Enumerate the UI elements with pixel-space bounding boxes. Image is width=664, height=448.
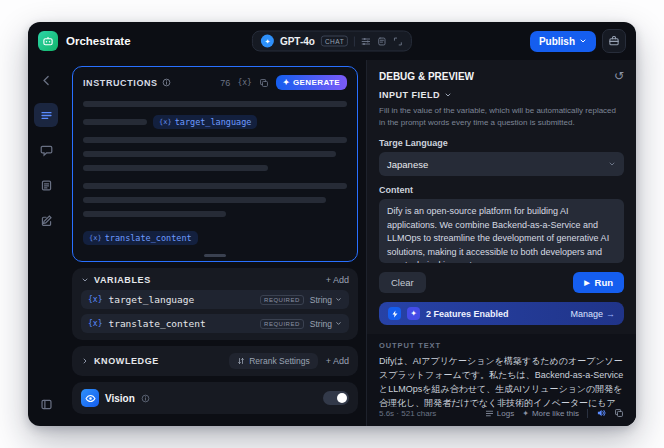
variable-row[interactable]: {x} translate_content REQUIRED String [81,314,349,333]
output-title: OUTPUT TEXT [379,341,624,350]
variable-type-select[interactable]: String [310,295,342,305]
publish-button[interactable]: Publish [530,31,596,52]
variable-chip-translate-content[interactable]: {x} translate_content [83,231,198,245]
skeleton-line [83,119,147,125]
variable-name: target_language [108,294,194,305]
variable-token: {x} [88,319,102,328]
variable-name: translate_content [108,318,205,329]
plus-icon: + [326,275,331,285]
divider [354,36,355,46]
divider [587,409,588,418]
variable-type-select[interactable]: String [310,319,342,329]
variables-title: VARIABLES [94,275,151,285]
target-language-label: Targe Language [379,138,624,148]
model-name: GPT-4o [280,36,315,47]
feature-bolt-icon [388,307,401,320]
chevron-right-icon[interactable] [81,357,89,365]
variables-section: VARIABLES +Add {x} target_language REQUI… [72,268,358,340]
generate-button[interactable]: ✦ GENERATE [276,75,347,90]
output-text: Difyは、AIアプリケーションを構築するためのオープンソースプラットフォームで… [379,355,624,408]
required-badge: REQUIRED [260,295,304,305]
input-field-section: INPUT FIELD Fill in the value of the var… [367,88,636,293]
vision-section: Vision [72,382,358,414]
knowledge-title: KNOWLEDGE [94,356,159,366]
info-icon [141,394,150,403]
run-button[interactable]: ▶ Run [573,272,624,293]
annotation-icon[interactable] [34,208,58,232]
expand-icon[interactable] [393,36,403,46]
restart-icon[interactable]: ↺ [614,70,624,82]
info-icon [162,78,171,87]
variable-row[interactable]: {x} target_language REQUIRED String [81,290,349,309]
more-like-this-button[interactable]: ✦ More like this [522,409,579,418]
app-robot-icon[interactable] [38,31,58,51]
copy-icon[interactable] [259,78,269,88]
collapse-sidebar-icon[interactable] [34,392,58,416]
input-field-title: INPUT FIELD [379,90,440,100]
output-section: OUTPUT TEXT Difyは、AIアプリケーションを構築するためのオープン… [367,334,636,426]
orchestrate-icon[interactable] [34,103,58,127]
chevron-down-icon[interactable] [81,276,89,284]
content-textarea[interactable]: Dify is an open-source platform for buil… [379,199,624,263]
chevron-down-icon [579,37,587,45]
toolbox-button[interactable] [602,29,626,53]
logs-icon[interactable] [34,173,58,197]
resize-handle[interactable] [204,254,226,257]
preview-chat-icon[interactable] [34,138,58,162]
topbar: Orchestrate ✦ GPT-4o CHAT Publish [28,22,636,60]
rerank-settings-button[interactable]: Rerank Settings [229,353,317,369]
sparkle-icon: ✦ [522,409,529,418]
prompt-skeleton: {x} target_language [83,101,347,245]
features-bar: ✦ 2 Features Enabled Manage → [379,302,624,325]
instructions-title: INSTRUCTIONS [83,78,158,88]
variable-token: {x} [88,295,102,304]
clear-button[interactable]: Clear [379,272,426,293]
skeleton-line [83,101,347,107]
output-meta: 5.6s · 521 chars [379,409,436,418]
add-knowledge-button[interactable]: +Add [326,356,349,366]
logs-button[interactable]: Logs [485,409,514,418]
debug-title: DEBUG & PREVIEW [379,71,474,82]
knowledge-section: KNOWLEDGE Rerank Settings +Add [72,346,358,376]
skeleton-line [83,211,226,217]
skeleton-line [83,165,268,171]
instructions-editor[interactable]: INSTRUCTIONS 76 {x} ✦ GENERATE [72,66,358,262]
manage-features-button[interactable]: Manage → [570,309,615,319]
model-selector[interactable]: ✦ GPT-4o CHAT [252,31,412,52]
prompt-log-icon[interactable] [377,36,387,46]
sparkle-icon: ✦ [283,78,290,87]
chevron-down-icon [608,160,616,168]
copy-icon[interactable] [614,408,624,418]
skeleton-line [83,137,347,143]
add-variable-button[interactable]: +Add [326,275,349,285]
speaker-icon[interactable] [596,408,606,418]
skeleton-line [83,183,347,189]
char-count: 76 [220,78,230,88]
arrow-right-icon: → [606,309,615,319]
back-icon[interactable] [34,68,58,92]
skeleton-line [83,197,326,203]
plus-icon: + [326,356,331,366]
chevron-down-icon [335,320,342,327]
app-window: Orchestrate ✦ GPT-4o CHAT Publish [28,22,636,426]
vision-label: Vision [105,393,135,404]
feature-sparkle-icon: ✦ [407,307,420,320]
input-field-description: Fill in the value of the variable, which… [379,105,624,129]
debug-preview-panel: DEBUG & PREVIEW ↺ INPUT FIELD Fill in th… [366,60,636,426]
chevron-down-icon[interactable] [444,91,452,99]
target-language-select[interactable]: Japanese [379,152,624,176]
skeleton-line [83,151,336,157]
variable-token: {x} [159,118,172,126]
orchestrate-panel: INSTRUCTIONS 76 {x} ✦ GENERATE [64,60,366,426]
insert-variable-icon[interactable]: {x} [237,78,251,87]
content-label: Content [379,185,624,195]
logs-icon [485,409,494,418]
variable-chip-target-language[interactable]: {x} target_language [153,115,257,129]
model-params-icon[interactable] [361,36,371,46]
vision-toggle[interactable] [323,391,349,405]
vision-eye-icon [81,389,99,407]
page-background: Orchestrate ✦ GPT-4o CHAT Publish [0,0,664,448]
toggle-knob [337,393,347,403]
page-title: Orchestrate [66,35,131,47]
chevron-down-icon [335,296,342,303]
